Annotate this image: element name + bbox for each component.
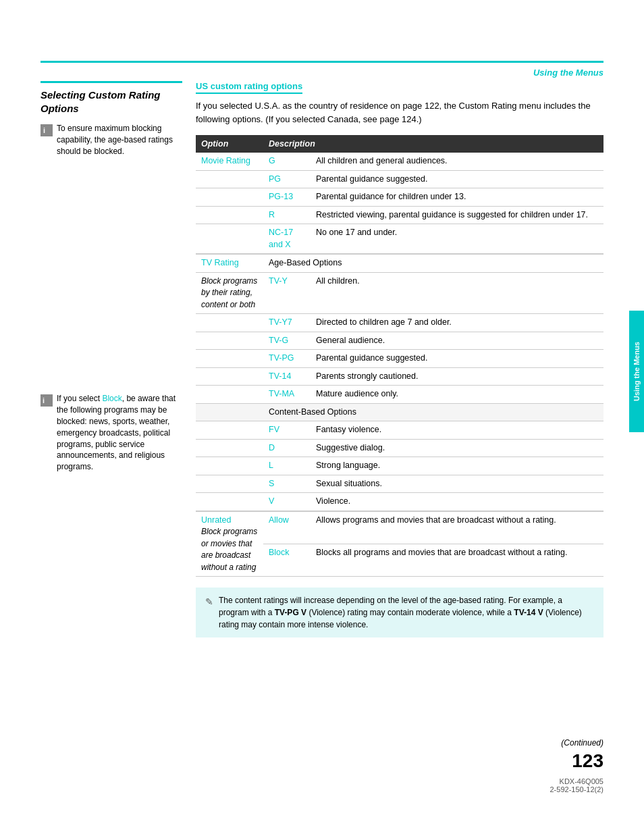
block-desc: Blocks all programs and movies that are … [311,544,603,576]
table-row: V Violence. [196,493,603,511]
movie-rating-desc-pg13: Parental guidance for children under 13. [311,188,603,207]
spacer: i If you select Block, be aware that the… [41,393,182,473]
tv-rating-label: TV Rating [196,254,263,272]
tv-pg-code: TV-PG [263,350,311,368]
page-footer: (Continued) 123 KDX-46Q005 2-592-150-12(… [550,738,604,793]
tv-y7-code: TV-Y7 [263,314,311,332]
table-row: Block programs by their rating, content … [196,272,603,314]
ratings-table: Option Description Movie Rating [196,135,603,577]
movie-rating-desc-nc17: No one 17 and under. [311,224,603,255]
table-row: PG-13 Parental guidance for children und… [196,188,603,207]
table-row: L Strong language. [196,457,603,475]
tv-g-desc: General audience. [311,332,603,350]
l-desc: Strong language. [311,457,603,475]
table-row: TV-14 Parents strongly cautioned. [196,367,603,386]
table-row: FV Fantasy violence. [196,421,603,440]
movie-rating-code-g: G [263,153,311,170]
right-column: US custom rating options If you selected… [196,81,603,637]
table-row: PG Parental guidance suggested. [196,170,603,188]
note-box-1: i To ensure maximum blocking capability,… [41,123,182,157]
col-header-option: Option [196,135,263,153]
tv-ma-code: TV-MA [263,386,311,404]
s-code: S [263,475,311,493]
page-number: 123 [550,750,604,772]
v-code: V [263,493,311,511]
note-icon-1: i [41,124,53,136]
l-code: L [263,457,311,475]
movie-rating-code-nc17: NC-17and X [263,224,311,255]
fv-code: FV [263,421,311,440]
tv-14-desc: Parents strongly cautioned. [311,367,603,386]
tv-g-code: TV-G [263,332,311,350]
tv-y7-desc: Directed to children age 7 and older. [311,314,603,332]
movie-rating-desc-r: Restricted viewing, parental guidance is… [311,206,603,224]
table-header-row: Option Description [196,135,603,153]
note-icon-2: i [41,394,53,409]
left-column: Selecting Custom Rating Options i To ens… [41,81,196,637]
allow-desc: Allows programs and movies that are broa… [311,511,603,544]
table-row: D Suggestive dialog. [196,439,603,457]
content-based-label: Content-Based Options [263,403,603,421]
svg-text:i: i [43,126,45,134]
note-box-2: i If you select Block, be aware that the… [41,393,182,473]
note-text-2: If you select Block, be aware that the f… [57,393,182,473]
table-row: NC-17and X No one 17 and under. [196,224,603,255]
table-row: Unrated Block programs or movies that ar… [196,511,603,544]
unrated-label: Unrated Block programs or movies that ar… [196,511,263,577]
block-programs-label: Block programs by their rating, content … [196,272,263,314]
block-code: Block [263,544,311,576]
block-link[interactable]: Block [102,394,122,403]
bottom-note-text: The content ratings will increase depend… [219,594,594,631]
table-row: TV-PG Parental guidance suggested. [196,350,603,368]
movie-rating-desc-pg: Parental guidance suggested. [311,170,603,188]
tv-y-desc: All children. [311,272,603,314]
movie-rating-code-r: R [263,206,311,224]
header-using-menus: Using the Menus [533,68,603,78]
note-symbol-2: i [41,394,53,407]
table-row: Content-Based Options [196,403,603,421]
section-title: Selecting Custom Rating Options [41,81,182,115]
table-row: S Sexual situations. [196,475,603,493]
intro-text: If you selected U.S.A. as the country of… [196,99,603,126]
page-wrapper: Using the Menus Using the Menus Selectin… [0,0,644,834]
tv-14-code: TV-14 [263,367,311,386]
continued-text: (Continued) [550,738,604,748]
svg-rect-0 [41,124,53,136]
tv-pg-desc: Parental guidance suggested. [311,350,603,368]
note-symbol-1: i [41,124,53,136]
movie-rating-desc-g: All children and general audiences. [311,153,603,170]
table-row: TV-G General audience. [196,332,603,350]
d-code: D [263,439,311,457]
table-row: TV-MA Mature audience only. [196,386,603,404]
fv-desc: Fantasy violence. [311,421,603,440]
table-row: R Restricted viewing, parental guidance … [196,206,603,224]
v-desc: Violence. [311,493,603,511]
movie-rating-code-pg: PG [263,170,311,188]
tv-y-code: TV-Y [263,272,311,314]
d-desc: Suggestive dialog. [311,439,603,457]
model-info: KDX-46Q005 2-592-150-12(2) [550,777,604,793]
s-desc: Sexual situations. [311,475,603,493]
table-row: Movie Rating G All children and general … [196,153,603,170]
bottom-note-box: ✎ The content ratings will increase depe… [196,588,603,637]
content-area: Selecting Custom Rating Options i To ens… [41,81,603,637]
bottom-note-icon: ✎ [205,595,213,609]
col-header-description: Description [263,135,603,153]
table-row: TV Rating Age-Based Options [196,254,603,272]
movie-rating-label: Movie Rating [196,153,263,170]
movie-rating-code-pg13: PG-13 [263,188,311,207]
svg-text:i: i [43,396,45,405]
side-tab: Using the Menus [629,311,644,432]
table-row: TV-Y7 Directed to children age 7 and old… [196,314,603,332]
age-based-options-label: Age-Based Options [263,254,603,272]
tv-ma-desc: Mature audience only. [311,386,603,404]
allow-code: Allow [263,511,311,544]
note-text-1: To ensure maximum blocking capability, t… [57,123,182,157]
side-tab-label: Using the Menus [633,342,641,401]
us-custom-rating-heading: US custom rating options [196,81,302,94]
top-decorative-line [41,61,603,63]
